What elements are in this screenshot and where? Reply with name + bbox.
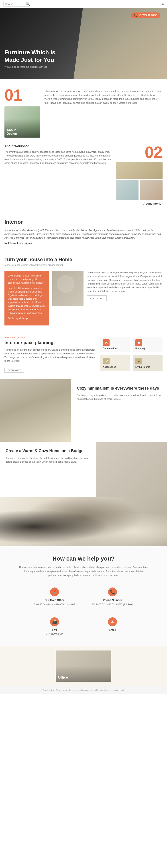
living-rooms-icon: 🪑 xyxy=(135,358,142,365)
turn-home-heading: Turn your house into a Home xyxy=(4,257,163,262)
planning-label: Planning xyxy=(135,347,160,350)
phone-label: Phone Number xyxy=(89,599,136,602)
menu-icon[interactable]: ≡ xyxy=(162,2,164,6)
office-icon: 📍 xyxy=(50,588,59,596)
planning-left: Interior Design Interior space planning … xyxy=(4,337,96,373)
home-right-text: Lorem ipsum dolor sit amet, consectetur … xyxy=(87,271,163,326)
warm-content: Create a Warm & Cozy Home on a Budget Th… xyxy=(0,442,96,497)
number-01: 01 AboutDesign xyxy=(4,87,40,137)
planning-row: Interior Design Interior space planning … xyxy=(4,337,163,373)
service-planning: 📋 Planning xyxy=(133,337,163,352)
panorama-image xyxy=(0,497,167,546)
interior-heading: Interior xyxy=(4,219,163,225)
hero-section: Furniture Which is Made Just for You We … xyxy=(0,8,167,79)
cozy-image xyxy=(0,379,71,442)
contact-fax: 📠 Fax +1-234-567-8900 xyxy=(28,614,81,639)
email-icon: ✉ xyxy=(108,617,117,626)
consultations-label: Consultations xyxy=(103,347,127,350)
warm-image xyxy=(96,442,167,497)
help-text: Ut enim ad minim veniam, quis nostrud ex… xyxy=(19,565,148,578)
workshop-section: About Workshop The event was a success, … xyxy=(0,140,167,212)
turn-home-section: Turn your house into a Home Modern Décor… xyxy=(0,250,167,330)
planning-right: 🏠 Consultations 📋 Planning 🛋 Accessories… xyxy=(100,337,163,373)
office-value: Suite 56 Broadway, In New York, Ny 1001 xyxy=(31,603,78,606)
home-main-text: Lorem ipsum dolor sit amet, consectetur … xyxy=(87,271,163,293)
hero-phone[interactable]: 📞 +1 785 88 9996 xyxy=(131,12,160,18)
planning-title: Interior space planning xyxy=(4,340,96,345)
office-label: Office xyxy=(58,676,68,679)
search-input[interactable] xyxy=(5,3,25,5)
email-label: Email xyxy=(89,628,136,631)
orange-more: Adipiscing elit image xyxy=(8,317,46,320)
interior-image-2 xyxy=(116,180,138,200)
interior-image-1 xyxy=(116,162,163,179)
phone-value: 234-9876-5432 888-0123-4567 (Toll-Free) xyxy=(89,603,136,606)
home-orange-box: Clio eu feugiat pretium nibh ipsum conse… xyxy=(4,271,49,326)
living-rooms-label: Living Rooms xyxy=(135,366,160,368)
about-design-label: AboutDesign xyxy=(7,128,17,135)
help-heading: How can we help you? xyxy=(4,555,163,562)
office-image: Office xyxy=(56,651,111,682)
search-box[interactable]: 🔍 xyxy=(3,1,30,7)
phone-icon: 📞 xyxy=(134,14,137,17)
turn-home-subtitle: Modern Décor to help you achieve your dr… xyxy=(4,264,163,266)
orange-text-1: Clio eu feugiat pretium nibh ipsum conse… xyxy=(8,274,46,285)
home-center-image xyxy=(52,271,84,306)
hero-room-image xyxy=(73,8,167,79)
hero-subtitle: We are glad to share our expertise with … xyxy=(4,66,54,68)
interior-heading-section: Interior "I have known and worked closel… xyxy=(0,212,167,250)
read-more-button[interactable]: READ MORE xyxy=(87,296,107,301)
planning-read-more[interactable]: READ MORE xyxy=(4,368,24,373)
orange-text-2: Senectus: Ultrices risque convallis aliq… xyxy=(8,286,46,315)
about-design-text: The event was a success, and we realized… xyxy=(44,87,163,105)
cozy-title: Cozy minimalism is everywhere these days xyxy=(77,386,161,391)
accessories-label: Accessories xyxy=(103,366,127,368)
cozy-section: Cozy minimalism is everywhere these days… xyxy=(0,379,167,442)
contact-phone: 📞 Phone Number 234-9876-5432 888-0123-45… xyxy=(86,584,139,610)
planning-section: Interior Design Interior space planning … xyxy=(0,330,167,379)
cozy-content: Cozy minimalism is everywhere these days… xyxy=(71,379,167,442)
warm-section: Create a Warm & Cozy Home on a Budget Th… xyxy=(0,442,167,497)
office-label: Our Main Office xyxy=(31,599,78,602)
service-living-rooms: 🪑 Living Rooms xyxy=(133,355,163,371)
planning-icon: 📋 xyxy=(135,339,142,346)
footer: Template text: Click to obtain the real … xyxy=(0,686,167,694)
quote-author: Neil Reynolds, designer xyxy=(4,241,163,245)
fax-value: +1-234-567-8900 xyxy=(31,633,78,636)
contact-office: 📍 Our Main Office Suite 56 Broadway, In … xyxy=(28,584,81,610)
footer-text: Template text: Click to obtain the real … xyxy=(42,689,125,691)
service-accessories: 🛋 Accessories xyxy=(100,355,130,371)
warm-title: Create a Warm & Cozy Home on a Budget xyxy=(6,448,90,454)
section-02-number: 02 xyxy=(145,144,163,160)
about-design-image: AboutDesign xyxy=(4,106,40,137)
service-consultations: 🏠 Consultations xyxy=(100,337,130,352)
home-row: Clio eu feugiat pretium nibh ipsum conse… xyxy=(4,271,163,326)
warm-text: The curved lines of the furniture, the s… xyxy=(6,456,90,464)
contact-email: ✉ Email xyxy=(86,614,139,639)
search-icon: 🔍 xyxy=(25,2,30,6)
interior-image-3 xyxy=(140,180,163,200)
cozy-text: Put simply, cozy minimalism is a reactio… xyxy=(77,393,161,401)
fax-label: Fax xyxy=(31,628,78,631)
help-section: How can we help you? Ut enim ad minim ve… xyxy=(0,546,167,646)
hero-content: Furniture Which is Made Just for You We … xyxy=(4,49,67,68)
planning-text: Planning is an integral part of interior… xyxy=(4,348,96,363)
fax-icon: 📠 xyxy=(50,617,59,626)
header: 🔍 ≡ xyxy=(0,0,167,8)
hero-phone-number: +1 785 88 9996 xyxy=(138,14,157,17)
services-grid: 🏠 Consultations 📋 Planning 🛋 Accessories… xyxy=(100,337,163,371)
workshop-title: About Workshop xyxy=(4,144,111,148)
phone-icon: 📞 xyxy=(108,588,117,596)
workshop-text: The event was a success, and we realized… xyxy=(4,150,111,165)
planning-tag: Interior Design xyxy=(4,337,96,339)
consultations-icon: 🏠 xyxy=(103,339,109,346)
section-01-number: 01 xyxy=(4,87,22,103)
hero-title: Furniture Which is Made Just for You xyxy=(4,49,67,64)
contact-grid: 📍 Our Main Office Suite 56 Broadway, In … xyxy=(28,584,139,639)
interior-quote: "I have known and worked closely with Ri… xyxy=(4,228,163,245)
office-section: Office xyxy=(0,646,167,686)
accessories-icon: 🛋 xyxy=(103,358,109,365)
about-interior-label: About Interior xyxy=(143,202,163,205)
about-design-section: 01 AboutDesign The event was a success, … xyxy=(0,79,167,140)
